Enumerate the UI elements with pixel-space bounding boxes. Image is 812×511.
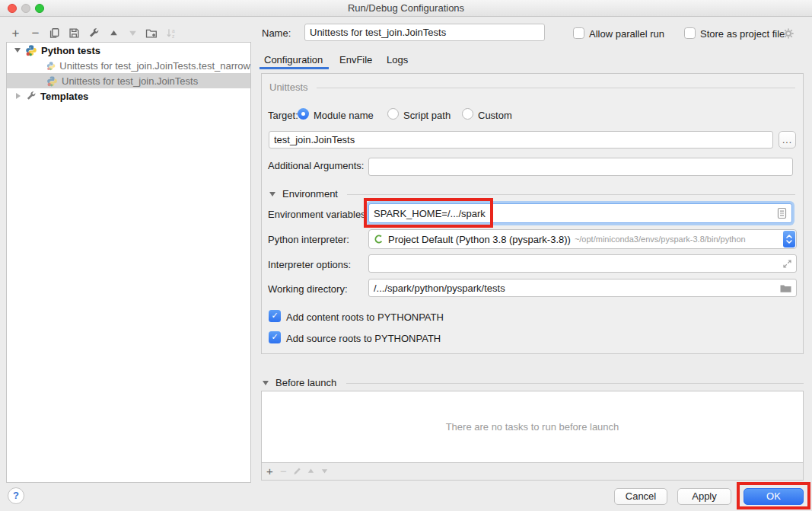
- remove-icon[interactable]: −: [277, 465, 290, 477]
- radio-module-name-label[interactable]: Module name: [314, 110, 374, 121]
- move-down-icon[interactable]: [318, 465, 331, 477]
- configuration-panel: Unittests Target: Module name Script pat…: [261, 73, 804, 354]
- tree-item-label: Unittests for test_join.JoinTests: [62, 75, 198, 87]
- empty-task-message: There are no tasks to run before launch: [446, 421, 619, 433]
- add-content-roots-label[interactable]: Add content roots to PYTHONPATH: [286, 311, 444, 323]
- tree-item-python-tests[interactable]: Python tests: [7, 43, 250, 58]
- before-launch-section-label[interactable]: Before launch: [275, 377, 336, 388]
- interpreter-value: Project Default (Python 3.8 (pyspark-3.8…: [388, 234, 571, 245]
- add-icon[interactable]: +: [9, 27, 22, 40]
- allow-parallel-run-checkbox[interactable]: [573, 27, 584, 39]
- configurations-tree: Python tests Unittests for test_join.Joi…: [6, 42, 251, 483]
- tree-item-templates[interactable]: Templates: [7, 88, 250, 104]
- help-button[interactable]: ?: [8, 487, 24, 504]
- edit-icon[interactable]: [291, 465, 304, 477]
- tree-item-label: Templates: [40, 91, 88, 102]
- collapse-arrow-icon[interactable]: [14, 48, 21, 53]
- active-tab-underline: [260, 67, 329, 69]
- target-label: Target:: [268, 110, 298, 121]
- titlebar: Run/Debug Configurations: [0, 0, 812, 17]
- env-vars-browse-icon[interactable]: [776, 207, 788, 219]
- python-test-icon: [46, 75, 58, 87]
- tree-item-label: Python tests: [41, 45, 100, 56]
- edit-templates-icon[interactable]: [88, 27, 100, 40]
- run-debug-configurations-dialog: { "window": { "title": "Run/Debug Config…: [0, 0, 812, 511]
- add-content-roots-checkbox[interactable]: [269, 310, 281, 322]
- allow-parallel-run-label[interactable]: Allow parallel run: [589, 28, 664, 40]
- python-interpreter-select[interactable]: Project Default (Python 3.8 (pyspark-3.8…: [368, 229, 797, 249]
- python-tests-icon: [25, 44, 37, 56]
- tab-configuration[interactable]: Configuration: [264, 54, 323, 65]
- environment-collapse-icon[interactable]: [269, 192, 275, 196]
- sort-alphabetically-icon[interactable]: az: [165, 27, 178, 40]
- copy-icon[interactable]: [48, 27, 61, 40]
- unittests-group-label: Unittests: [269, 81, 308, 93]
- tree-item-unittests-jointests-selected[interactable]: Unittests for test_join.JoinTests: [7, 73, 250, 88]
- additional-arguments-input[interactable]: [368, 158, 793, 176]
- add-source-roots-label[interactable]: Add source roots to PYTHONPATH: [286, 333, 441, 344]
- move-up-icon[interactable]: [107, 27, 120, 40]
- environment-section-label[interactable]: Environment: [282, 188, 338, 200]
- interpreter-options-label: Interpreter options:: [268, 259, 351, 270]
- module-name-input[interactable]: [269, 131, 773, 149]
- close-window-button[interactable]: [8, 4, 17, 13]
- remove-icon[interactable]: −: [29, 27, 42, 40]
- working-directory-label: Working directory:: [268, 283, 348, 295]
- radio-script-path-label[interactable]: Script path: [403, 110, 451, 121]
- environment-divider: [347, 194, 795, 195]
- folder-icon[interactable]: [779, 282, 792, 294]
- group-divider: [317, 88, 795, 88]
- conda-env-icon: [374, 234, 384, 244]
- radio-custom[interactable]: [462, 108, 473, 120]
- move-down-icon[interactable]: [126, 27, 139, 40]
- templates-wrench-icon: [26, 91, 37, 101]
- working-directory-input[interactable]: [368, 279, 797, 297]
- apply-button[interactable]: Apply: [677, 488, 731, 505]
- before-launch-collapse-icon[interactable]: [263, 381, 269, 385]
- name-input[interactable]: [304, 24, 545, 41]
- window-title: Run/Debug Configurations: [0, 0, 812, 16]
- expand-field-icon[interactable]: [781, 257, 793, 270]
- interpreter-options-input[interactable]: [368, 254, 797, 273]
- browse-module-button[interactable]: ...: [779, 131, 796, 149]
- name-label: Name:: [262, 27, 291, 39]
- radio-script-path[interactable]: [387, 108, 399, 120]
- env-vars-input[interactable]: [368, 203, 792, 223]
- gear-icon[interactable]: [782, 27, 794, 40]
- tree-item-label: Unittests for test_join.JoinTests.test_n…: [59, 60, 250, 72]
- python-test-icon: [46, 60, 56, 72]
- additional-arguments-label: Additional Arguments:: [268, 160, 364, 171]
- move-up-icon[interactable]: [304, 465, 317, 477]
- tab-envfile[interactable]: EnvFile: [339, 54, 372, 65]
- expand-arrow-icon[interactable]: [16, 93, 21, 99]
- add-source-roots-checkbox[interactable]: [269, 331, 281, 343]
- svg-text:a: a: [172, 28, 175, 34]
- store-as-project-file-label[interactable]: Store as project file: [700, 28, 785, 40]
- add-icon[interactable]: +: [263, 465, 276, 477]
- python-interpreter-label: Python interpreter:: [268, 234, 349, 245]
- save-icon[interactable]: [68, 27, 81, 40]
- minimize-window-button[interactable]: [21, 4, 30, 13]
- before-launch-task-list: There are no tasks to run before launch: [261, 391, 804, 463]
- cancel-button[interactable]: Cancel: [614, 488, 667, 505]
- interpreter-path: ~/opt/miniconda3/envs/pyspark-3.8/bin/py…: [575, 235, 781, 244]
- tree-item-unittests-test-narrow[interactable]: Unittests for test_join.JoinTests.test_n…: [7, 58, 250, 73]
- dropdown-stepper-icon[interactable]: [783, 231, 795, 248]
- radio-module-name[interactable]: [298, 108, 309, 120]
- environment-variables-label: Environment variables:: [268, 209, 368, 220]
- store-as-project-file-checkbox[interactable]: [684, 27, 696, 39]
- ok-button[interactable]: OK: [744, 488, 804, 505]
- radio-custom-label[interactable]: Custom: [478, 110, 512, 121]
- before-launch-divider: [346, 383, 804, 384]
- before-launch-toolbar: + −: [261, 463, 804, 481]
- svg-text:z: z: [172, 34, 174, 39]
- new-folder-icon[interactable]: [145, 27, 158, 40]
- tab-logs[interactable]: Logs: [387, 54, 408, 65]
- zoom-window-button[interactable]: [35, 4, 44, 13]
